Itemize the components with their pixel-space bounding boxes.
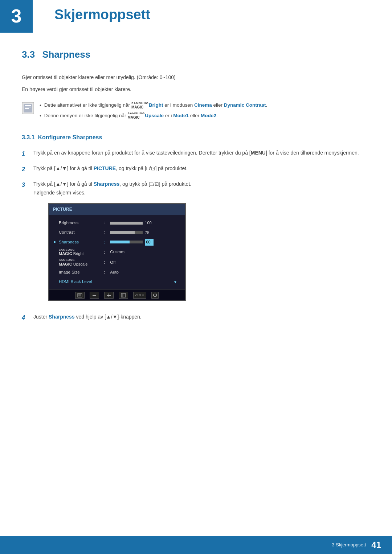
menu-item-image-size: Image Size : Auto — [49, 268, 185, 277]
monitor-screenshot: PICTURE Brightness : 100 — [48, 203, 186, 301]
note-bullet-2: Denne menyen er ikke tilgjengelig når SA… — [40, 112, 370, 120]
footer-page-num: 41 — [371, 538, 381, 552]
svg-rect-7 — [93, 295, 96, 296]
section-title: Sharpness — [42, 47, 90, 62]
main-content: 3.3 Sharpness Gjør omrisset til objekter… — [0, 47, 392, 357]
svg-rect-2 — [25, 105, 31, 106]
svg-rect-9 — [107, 295, 111, 296]
monitor-bottom-bar: AUTO ⏻ — [49, 290, 185, 300]
step-4-num: 4 — [22, 313, 29, 323]
note-icon — [22, 102, 34, 114]
monitor-icon-minus — [90, 292, 99, 299]
step-1-content: Trykk på en av knappene foran på produkt… — [33, 149, 370, 159]
monitor-icon-plus — [104, 292, 114, 299]
steps-list: 1 Trykk på en av knappene foran på produ… — [22, 149, 370, 323]
note-content: Dette alternativet er ikke tilgjengelig … — [40, 101, 370, 122]
svg-rect-4 — [25, 108, 29, 109]
step-1: 1 Trykk på en av knappene foran på produ… — [22, 149, 370, 159]
step-4: 4 Juster Sharpness ved hjelp av [▲/▼]-kn… — [22, 313, 370, 323]
menu-item-magic-bright: SAMSUNG MAGIC Bright : Custom — [49, 247, 185, 258]
monitor-icon-enter — [119, 292, 128, 299]
description-1: Gjør omrisset til objekter klarere eller… — [22, 73, 370, 82]
step-3-num: 3 — [22, 180, 29, 307]
monitor-menu: Brightness : 100 Contrast : — [49, 215, 185, 290]
subsection-heading: 3.3.1 Konfigurere Sharpness — [22, 133, 370, 142]
note-box: Dette alternativet er ikke tilgjengelig … — [22, 101, 370, 122]
step-2-content: Trykk på [▲/▼] for å gå til PICTURE, og … — [33, 164, 370, 174]
svg-rect-11 — [122, 294, 123, 297]
svg-rect-3 — [25, 107, 31, 107]
description-2: En høyere verdi gjør omrisset til objekt… — [22, 85, 370, 94]
menu-item-magic-upscale: SAMSUNG MAGIC Upscale : Off — [49, 257, 185, 268]
step-3-content: Trykk på [▲/▼] for å gå til Sharpness, o… — [33, 180, 370, 307]
monitor-icon-auto: AUTO — [133, 292, 146, 299]
step-3: 3 Trykk på [▲/▼] for å gå til Sharpness,… — [22, 180, 370, 307]
section-number: 3.3 — [22, 47, 35, 62]
chapter-title: Skjermoppsett — [44, 0, 150, 22]
note-bullet-1: Dette alternativet er ikke tilgjengelig … — [40, 101, 370, 110]
monitor-icon-left — [75, 292, 85, 299]
monitor-title-bar: PICTURE — [49, 204, 185, 215]
follows-text: Følgende skjerm vises. — [33, 189, 370, 197]
menu-item-contrast: Contrast : 75 — [49, 228, 185, 237]
step-4-content: Juster Sharpness ved hjelp av [▲/▼]-knap… — [33, 313, 370, 323]
section-heading: 3.3 Sharpness — [22, 47, 370, 62]
step-1-num: 1 — [22, 149, 29, 159]
footer: 3 Skjermoppsett 41 — [0, 536, 392, 554]
menu-item-brightness: Brightness : 100 — [49, 218, 185, 227]
header-banner: 3 Skjermoppsett — [0, 0, 392, 33]
step-2: 2 Trykk på [▲/▼] for å gå til PICTURE, o… — [22, 164, 370, 174]
chapter-number: 3 — [11, 1, 22, 31]
monitor-icon-power: ⏻ — [151, 292, 159, 299]
footer-chapter-ref: 3 Skjermoppsett — [332, 541, 366, 549]
menu-item-hdmi-black: HDMI Black Level ▼ — [49, 277, 185, 287]
step-2-num: 2 — [22, 164, 29, 174]
chapter-number-block: 3 — [0, 0, 33, 33]
svg-rect-6 — [78, 294, 81, 296]
menu-item-sharpness: Sharpness : 60 — [49, 237, 185, 247]
